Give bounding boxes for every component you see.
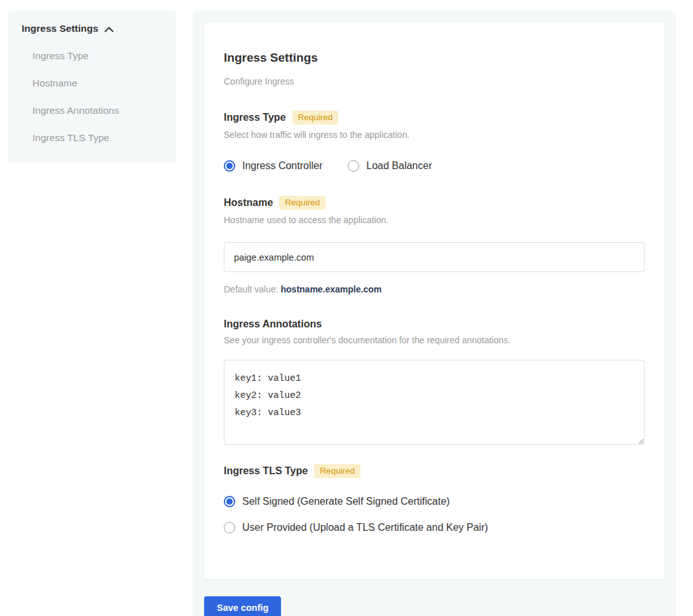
radio-ingress-controller[interactable]: Ingress Controller <box>224 160 322 172</box>
ingress-annotations-help: See your ingress controller's documentat… <box>224 335 645 345</box>
sidebar-item-ingress-annotations[interactable]: Ingress Annotations <box>32 105 163 116</box>
ingress-tls-type-label: Ingress TLS Type <box>224 465 308 477</box>
ingress-type-help: Select how traffic will ingress to the a… <box>224 130 645 140</box>
required-badge: Required <box>279 196 326 210</box>
sidebar-group-ingress-settings[interactable]: Ingress Settings <box>22 23 163 34</box>
required-badge: Required <box>292 111 339 125</box>
ingress-tls-radio-group: Self Signed (Generate Self Signed Certif… <box>224 496 645 533</box>
hostname-label: Hostname <box>224 197 273 209</box>
hostname-default-line: Default value: hostname.example.com <box>224 284 645 294</box>
hostname-default-label: Default value: <box>224 284 278 294</box>
radio-user-provided-control[interactable] <box>224 522 235 533</box>
radio-self-signed[interactable]: Self Signed (Generate Self Signed Certif… <box>224 496 645 507</box>
required-badge: Required <box>314 464 360 478</box>
ingress-type-radio-group: Ingress Controller Load Balancer <box>224 160 645 172</box>
page: Ingress Settings Ingress Type Hostname I… <box>0 0 693 616</box>
config-main-panel: Ingress Settings Configure Ingress Ingre… <box>193 11 676 616</box>
card-subtitle: Configure Ingress <box>224 76 645 86</box>
ingress-annotations-textarea[interactable]: key1: value1 key2: value2 key3: value3 <box>224 360 645 445</box>
chevron-up-icon <box>104 27 114 32</box>
sidebar-item-ingress-type[interactable]: Ingress Type <box>32 50 163 62</box>
radio-ingress-controller-control[interactable] <box>224 160 235 172</box>
config-sidebar: Ingress Settings Ingress Type Hostname I… <box>8 11 176 163</box>
section-ingress-tls-type: Ingress TLS Type Required Self Signed (G… <box>224 464 645 533</box>
section-ingress-annotations: Ingress Annotations See your ingress con… <box>224 318 645 445</box>
sidebar-item-ingress-tls-type[interactable]: Ingress TLS Type <box>32 132 163 144</box>
ingress-annotations-label: Ingress Annotations <box>224 318 322 330</box>
hostname-default-value: hostname.example.com <box>281 284 382 294</box>
radio-load-balancer-control[interactable] <box>348 160 359 172</box>
sidebar-item-hostname[interactable]: Hostname <box>32 78 163 89</box>
radio-self-signed-control[interactable] <box>224 496 235 507</box>
sidebar-group-label: Ingress Settings <box>22 23 99 34</box>
radio-load-balancer-label: Load Balancer <box>366 160 432 172</box>
radio-user-provided-label: User Provided (Upload a TLS Certificate … <box>242 522 488 533</box>
section-ingress-type: Ingress Type Required Select how traffic… <box>224 111 645 172</box>
save-config-button[interactable]: Save config <box>204 596 281 616</box>
card-title: Ingress Settings <box>224 51 645 65</box>
hostname-input[interactable] <box>224 242 645 272</box>
section-hostname: Hostname Required Hostname used to acces… <box>224 196 645 294</box>
ingress-type-label: Ingress Type <box>224 112 286 123</box>
radio-load-balancer[interactable]: Load Balancer <box>348 160 432 172</box>
hostname-help: Hostname used to access the application. <box>224 215 645 225</box>
radio-self-signed-label: Self Signed (Generate Self Signed Certif… <box>242 496 449 507</box>
ingress-settings-card: Ingress Settings Configure Ingress Ingre… <box>204 22 664 579</box>
radio-user-provided[interactable]: User Provided (Upload a TLS Certificate … <box>224 522 645 533</box>
radio-ingress-controller-label: Ingress Controller <box>242 160 322 172</box>
